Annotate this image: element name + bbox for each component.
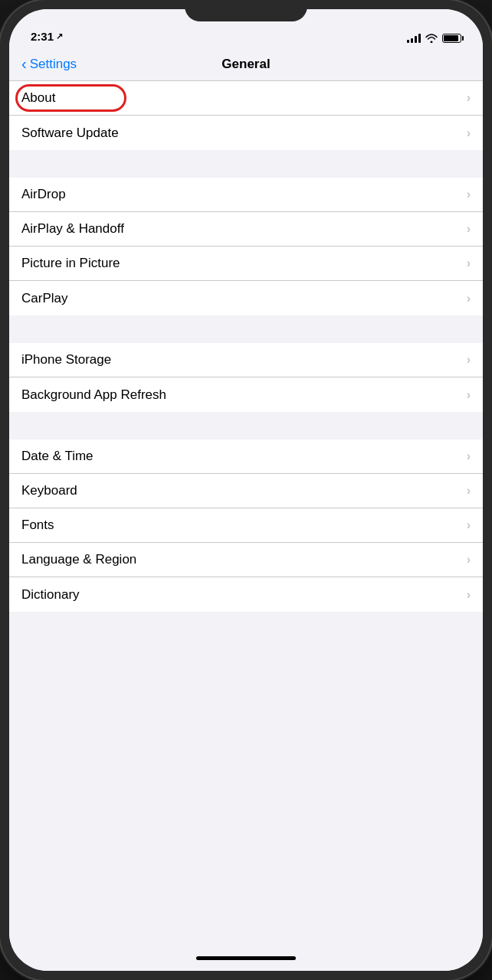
separator-2 <box>9 315 483 343</box>
status-icons <box>407 34 461 43</box>
language-region-label: Language & Region <box>21 552 136 567</box>
fonts-chevron-icon: › <box>467 518 471 532</box>
language-region-chevron-icon: › <box>467 553 471 567</box>
bottom-padding <box>9 612 483 627</box>
time-display: 2:31 <box>31 30 54 43</box>
list-item-background-app-refresh[interactable]: Background App Refresh › <box>9 377 483 412</box>
separator-3 <box>9 412 483 439</box>
section-group-1: About › Software Update › <box>9 81 483 150</box>
home-indicator[interactable] <box>9 945 483 971</box>
airplay-handoff-chevron-icon: › <box>467 222 471 236</box>
list-item-about[interactable]: About › <box>9 81 483 116</box>
section-group-4: Date & Time › Keyboard › Fonts › Languag… <box>9 439 483 612</box>
wifi-icon <box>425 34 438 43</box>
iphone-storage-label: iPhone Storage <box>21 352 111 368</box>
nav-bar: ‹ Settings General <box>9 47 483 81</box>
page-title: General <box>221 57 270 72</box>
status-time: 2:31 ↗ <box>31 30 63 43</box>
list-item-iphone-storage[interactable]: iPhone Storage › <box>9 343 483 377</box>
dictionary-chevron-icon: › <box>467 588 471 602</box>
carplay-label: CarPlay <box>21 291 67 306</box>
back-label: Settings <box>30 57 77 72</box>
airdrop-chevron-icon: › <box>467 188 471 201</box>
notch <box>185 0 307 21</box>
list-item-software-update[interactable]: Software Update › <box>9 116 483 150</box>
list-item-airplay-handoff[interactable]: AirPlay & Handoff › <box>9 212 483 247</box>
list-item-fonts[interactable]: Fonts › <box>9 508 483 543</box>
home-bar <box>196 956 296 960</box>
picture-in-picture-label: Picture in Picture <box>21 256 120 271</box>
list-group-2: AirDrop › AirPlay & Handoff › Picture in… <box>9 178 483 315</box>
airdrop-label: AirDrop <box>21 187 66 202</box>
list-group-4: Date & Time › Keyboard › Fonts › Languag… <box>9 439 483 612</box>
section-group-3: iPhone Storage › Background App Refresh … <box>9 343 483 412</box>
back-button[interactable]: ‹ Settings <box>21 57 77 72</box>
list-item-date-time[interactable]: Date & Time › <box>9 439 483 474</box>
software-update-chevron-icon: › <box>467 126 471 140</box>
signal-bar-3 <box>415 36 417 43</box>
battery-icon <box>442 34 461 43</box>
section-group-2: AirDrop › AirPlay & Handoff › Picture in… <box>9 178 483 315</box>
keyboard-label: Keyboard <box>21 483 77 498</box>
list-item-dictionary[interactable]: Dictionary › <box>9 577 483 612</box>
about-chevron-icon: › <box>467 91 471 105</box>
list-item-language-region[interactable]: Language & Region › <box>9 543 483 577</box>
list-item-picture-in-picture[interactable]: Picture in Picture › <box>9 247 483 281</box>
keyboard-chevron-icon: › <box>467 484 471 498</box>
list-group-3: iPhone Storage › Background App Refresh … <box>9 343 483 412</box>
iphone-storage-chevron-icon: › <box>467 353 471 367</box>
content-area: About › Software Update › AirDrop › <box>9 81 483 945</box>
airplay-handoff-label: AirPlay & Handoff <box>21 221 124 237</box>
screen: 2:31 ↗ <box>9 9 483 971</box>
list-item-airdrop[interactable]: AirDrop › <box>9 178 483 212</box>
software-update-label: Software Update <box>21 126 119 141</box>
background-app-refresh-chevron-icon: › <box>467 388 471 402</box>
list-item-keyboard[interactable]: Keyboard › <box>9 474 483 508</box>
fonts-label: Fonts <box>21 518 54 533</box>
back-chevron-icon: ‹ <box>21 56 27 71</box>
dictionary-label: Dictionary <box>21 587 80 603</box>
location-icon: ↗ <box>56 31 63 41</box>
about-label: About <box>21 90 55 106</box>
date-time-chevron-icon: › <box>467 449 471 463</box>
separator-1 <box>9 150 483 178</box>
signal-bar-4 <box>418 34 421 43</box>
battery-fill <box>444 35 458 41</box>
list-item-carplay[interactable]: CarPlay › <box>9 281 483 315</box>
signal-bars <box>407 34 421 43</box>
signal-bar-1 <box>407 40 409 43</box>
picture-in-picture-chevron-icon: › <box>467 256 471 270</box>
background-app-refresh-label: Background App Refresh <box>21 387 166 403</box>
phone-frame: 2:31 ↗ <box>0 0 492 980</box>
signal-bar-2 <box>411 38 413 43</box>
carplay-chevron-icon: › <box>467 292 471 305</box>
date-time-label: Date & Time <box>21 449 93 464</box>
list-group-1: About › Software Update › <box>9 81 483 150</box>
